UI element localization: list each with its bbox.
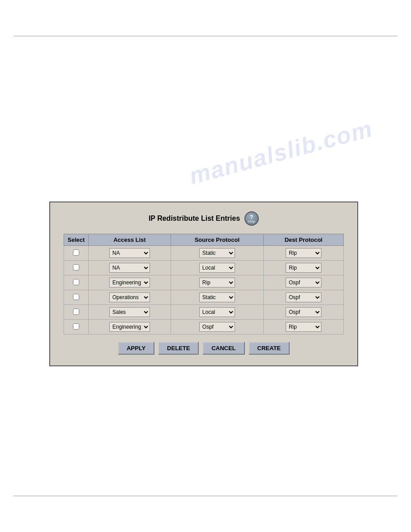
row-0-source-protocol-select[interactable]: StaticLocalRipOspf — [199, 248, 235, 258]
row-2-source-protocol-select[interactable]: StaticLocalRipOspf — [199, 278, 235, 287]
table-row: NAEngineeringOperationsSalesStaticLocalR… — [64, 246, 344, 261]
access-list-cell: NAEngineeringOperationsSales — [89, 320, 171, 335]
dest-protocol-cell: RipOspfStaticLocal — [263, 261, 343, 275]
col-header-access-list: Access List — [89, 234, 171, 246]
row-0-checkbox[interactable] — [73, 249, 79, 256]
table-row: NAEngineeringOperationsSalesStaticLocalR… — [64, 290, 344, 305]
source-protocol-cell: StaticLocalRipOspf — [171, 290, 263, 305]
access-list-cell: NAEngineeringOperationsSales — [89, 275, 171, 290]
select-cell — [64, 290, 89, 305]
row-2-access-list-select[interactable]: NAEngineeringOperationsSales — [109, 278, 150, 287]
row-1-checkbox[interactable] — [73, 264, 79, 270]
row-2-dest-protocol-select[interactable]: RipOspfStaticLocal — [286, 278, 321, 287]
dialog-title: IP Redistribute List Entries — [149, 215, 240, 223]
row-0-access-list-select[interactable]: NAEngineeringOperationsSales — [109, 248, 150, 258]
access-list-cell: NAEngineeringOperationsSales — [89, 261, 171, 275]
table-row: NAEngineeringOperationsSalesStaticLocalR… — [64, 261, 344, 275]
row-3-checkbox[interactable] — [73, 294, 79, 300]
help-button[interactable]: ? Help — [244, 211, 259, 226]
col-header-select: Select — [64, 234, 89, 246]
row-2-checkbox[interactable] — [73, 279, 79, 285]
source-protocol-cell: StaticLocalRipOspf — [171, 305, 263, 320]
col-header-dest-protocol: Dest Protocol — [263, 234, 343, 246]
row-4-access-list-select[interactable]: NAEngineeringOperationsSales — [109, 307, 150, 317]
entries-table: Select Access List Source Protocol Dest … — [64, 234, 344, 335]
table-row: NAEngineeringOperationsSalesStaticLocalR… — [64, 320, 344, 335]
row-3-source-protocol-select[interactable]: StaticLocalRipOspf — [199, 292, 235, 302]
dest-protocol-cell: RipOspfStaticLocal — [263, 275, 343, 290]
help-icon: ? — [250, 214, 253, 220]
top-divider — [13, 36, 398, 36]
bottom-divider — [13, 496, 398, 496]
watermark: manualslib.com — [186, 115, 375, 190]
source-protocol-cell: StaticLocalRipOspf — [171, 261, 263, 275]
source-protocol-cell: StaticLocalRipOspf — [171, 275, 263, 290]
create-button[interactable]: CREATE — [248, 342, 290, 355]
access-list-cell: NAEngineeringOperationsSales — [89, 290, 171, 305]
row-1-access-list-select[interactable]: NAEngineeringOperationsSales — [109, 263, 150, 273]
source-protocol-cell: StaticLocalRipOspf — [171, 246, 263, 261]
row-5-source-protocol-select[interactable]: StaticLocalRipOspf — [199, 322, 235, 332]
dest-protocol-cell: RipOspfStaticLocal — [263, 305, 343, 320]
source-protocol-cell: StaticLocalRipOspf — [171, 320, 263, 335]
dest-protocol-cell: RipOspfStaticLocal — [263, 320, 343, 335]
row-5-dest-protocol-select[interactable]: RipOspfStaticLocal — [286, 322, 321, 332]
select-cell — [64, 246, 89, 261]
select-cell — [64, 275, 89, 290]
table-container: Select Access List Source Protocol Dest … — [64, 234, 344, 335]
row-3-access-list-select[interactable]: NAEngineeringOperationsSales — [109, 292, 150, 302]
row-0-dest-protocol-select[interactable]: RipOspfStaticLocal — [286, 248, 321, 258]
row-1-dest-protocol-select[interactable]: RipOspfStaticLocal — [286, 263, 321, 273]
dest-protocol-cell: RipOspfStaticLocal — [263, 290, 343, 305]
select-cell — [64, 305, 89, 320]
delete-button[interactable]: DELETE — [158, 342, 199, 355]
row-5-checkbox[interactable] — [73, 323, 79, 330]
row-5-access-list-select[interactable]: NAEngineeringOperationsSales — [109, 322, 150, 332]
dest-protocol-cell: RipOspfStaticLocal — [263, 246, 343, 261]
select-cell — [64, 320, 89, 335]
access-list-cell: NAEngineeringOperationsSales — [89, 305, 171, 320]
table-row: NAEngineeringOperationsSalesStaticLocalR… — [64, 275, 344, 290]
cancel-button[interactable]: CANCEL — [202, 342, 244, 355]
access-list-cell: NAEngineeringOperationsSales — [89, 246, 171, 261]
help-label: Help — [248, 220, 255, 223]
select-cell — [64, 261, 89, 275]
dialog-box: IP Redistribute List Entries ? Help Sele… — [49, 202, 358, 366]
col-header-source-protocol: Source Protocol — [171, 234, 263, 246]
button-row: APPLY DELETE CANCEL CREATE — [64, 342, 344, 355]
row-4-checkbox[interactable] — [73, 309, 79, 315]
row-1-source-protocol-select[interactable]: StaticLocalRipOspf — [199, 263, 235, 273]
row-4-dest-protocol-select[interactable]: RipOspfStaticLocal — [286, 307, 321, 317]
apply-button[interactable]: APPLY — [118, 342, 154, 355]
table-row: NAEngineeringOperationsSalesStaticLocalR… — [64, 305, 344, 320]
row-4-source-protocol-select[interactable]: StaticLocalRipOspf — [199, 307, 235, 317]
dialog-title-row: IP Redistribute List Entries ? Help — [64, 211, 344, 226]
row-3-dest-protocol-select[interactable]: RipOspfStaticLocal — [286, 292, 321, 302]
